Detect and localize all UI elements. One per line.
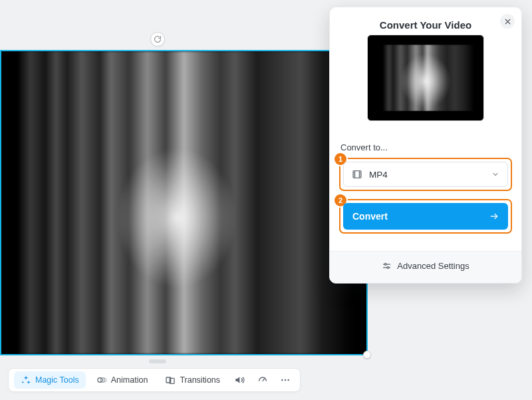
svg-point-9	[288, 379, 289, 381]
selected-video-clip[interactable]	[0, 50, 368, 355]
animation-button[interactable]: Animation	[90, 371, 155, 389]
advanced-settings-label: Advanced Settings	[397, 261, 469, 271]
close-icon	[504, 18, 511, 25]
sparkles-icon	[21, 375, 31, 385]
close-button[interactable]	[500, 14, 515, 29]
rotate-icon	[154, 35, 162, 43]
step-2-highlight: 2 Convert	[339, 199, 512, 234]
rotate-handle[interactable]	[150, 32, 165, 47]
format-selected-value: MP4	[369, 170, 388, 180]
resize-handle-br[interactable]	[363, 351, 371, 359]
speedometer-icon	[257, 375, 268, 385]
sliders-icon	[382, 261, 392, 271]
panel-title: Convert Your Video	[340, 19, 511, 31]
transitions-button[interactable]: Transitions	[158, 371, 227, 389]
clip-toolbar: Magic Tools Animation Transitions	[8, 368, 301, 392]
magic-tools-button[interactable]: Magic Tools	[14, 371, 86, 389]
animation-icon	[96, 375, 107, 385]
more-button[interactable]	[276, 371, 295, 389]
film-icon	[352, 169, 362, 180]
svg-point-25	[387, 267, 389, 269]
convert-button[interactable]: Convert	[343, 203, 508, 230]
video-thumbnail	[1, 51, 366, 354]
transitions-icon	[165, 375, 176, 385]
video-preview	[367, 35, 484, 121]
width-scrub-handle[interactable]	[149, 359, 166, 363]
ellipsis-icon	[280, 375, 291, 385]
transitions-label: Transitions	[180, 375, 220, 385]
preview-thumbnail	[377, 45, 474, 111]
convert-video-panel: Convert Your Video Convert to... 1 MP4	[329, 7, 522, 284]
arrow-right-icon	[489, 212, 499, 221]
panel-footer: Advanced Settings	[330, 251, 521, 283]
svg-marker-5	[235, 377, 239, 383]
magic-tools-label: Magic Tools	[35, 375, 79, 385]
step-1-highlight: 1 MP4	[339, 158, 512, 191]
audio-button[interactable]	[231, 371, 249, 389]
panel-header: Convert Your Video	[330, 7, 521, 136]
editor-canvas: Magic Tools Animation Transitions	[0, 0, 532, 400]
svg-point-7	[281, 379, 283, 381]
convert-to-label: Convert to...	[340, 142, 512, 152]
format-select[interactable]: MP4	[343, 162, 508, 187]
svg-point-23	[385, 264, 387, 266]
svg-point-8	[285, 379, 286, 381]
speed-button[interactable]	[253, 371, 272, 389]
chevron-down-icon	[491, 170, 499, 178]
animation-label: Animation	[111, 375, 148, 385]
convert-button-label: Convert	[352, 211, 388, 222]
volume-icon	[235, 375, 245, 385]
svg-line-6	[263, 379, 265, 381]
advanced-settings-button[interactable]: Advanced Settings	[382, 261, 469, 271]
